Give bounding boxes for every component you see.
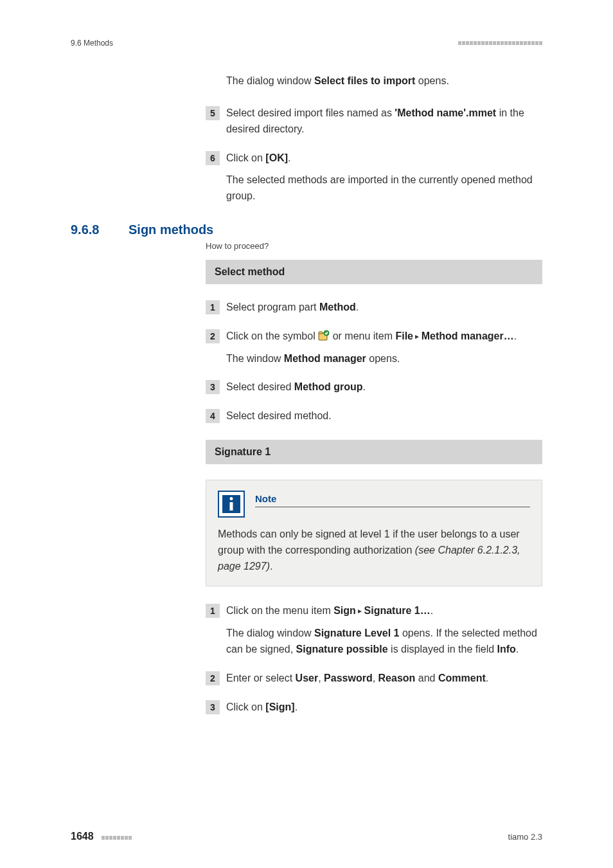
select-method-step-1: 1 Select program part Method. [206, 300, 542, 316]
step-5: 5 Select desired import files named as '… [206, 105, 542, 138]
section-number: 9.6.8 [71, 222, 129, 237]
select-method-step-2: 2 Click on the symbol or menu item File … [206, 329, 542, 367]
subsection-signature-1: Signature 1 [206, 440, 542, 464]
page-header: 9.6 Methods [71, 39, 542, 48]
step-body: Click on the menu item Sign ▸ Signature … [226, 603, 542, 657]
step-body: Select desired Method group. [226, 379, 542, 395]
subsection-select-method: Select method [206, 260, 542, 284]
select-method-step-3: 3 Select desired Method group. [206, 379, 542, 395]
step-number: 2 [206, 329, 220, 343]
step-body: Enter or select User, Password, Reason a… [226, 671, 542, 687]
select-method-step-4: 4 Select desired method. [206, 408, 542, 424]
step-number: 3 [206, 700, 220, 714]
prev-step-result: The dialog window Select files to import… [226, 73, 542, 89]
method-manager-icon [318, 330, 330, 341]
step-number: 6 [206, 151, 220, 165]
svg-rect-1 [319, 332, 323, 334]
section-title: Sign methods [129, 222, 213, 237]
step-number: 1 [206, 300, 220, 314]
page-footer: 1648 tiamo 2.3 [71, 831, 542, 842]
signature-step-2: 2 Enter or select User, Password, Reason… [206, 671, 542, 687]
step-number: 1 [206, 604, 220, 618]
step-body: Select program part Method. [226, 300, 542, 316]
step-number: 5 [206, 106, 220, 120]
step-body: Select desired method. [226, 408, 542, 424]
footer-ticks [102, 836, 132, 840]
step-6: 6 Click on [OK]. The selected methods ar… [206, 150, 542, 204]
section-header: 9.6.8 Sign methods [71, 222, 542, 237]
product-name: tiamo 2.3 [508, 832, 542, 842]
step-number: 4 [206, 409, 220, 423]
step-body: Click on [OK]. The selected methods are … [226, 150, 542, 204]
note-box: Note Methods can only be signed at level… [206, 480, 542, 586]
info-icon [218, 491, 245, 518]
page-number: 1648 [71, 831, 94, 842]
header-ticks [458, 41, 542, 45]
section-reference: 9.6 Methods [71, 39, 113, 48]
howto-label: How to proceed? [206, 241, 542, 251]
note-text: Methods can only be signed at level 1 if… [218, 527, 530, 574]
step-body: Click on the symbol or menu item File ▸ … [226, 329, 542, 367]
step-number: 3 [206, 380, 220, 394]
note-title: Note [255, 493, 530, 507]
step-body: Select desired import files named as 'Me… [226, 105, 542, 138]
step-body: Click on [Sign]. [226, 700, 542, 716]
signature-step-3: 3 Click on [Sign]. [206, 700, 542, 716]
signature-step-1: 1 Click on the menu item Sign ▸ Signatur… [206, 603, 542, 657]
step-number: 2 [206, 671, 220, 685]
